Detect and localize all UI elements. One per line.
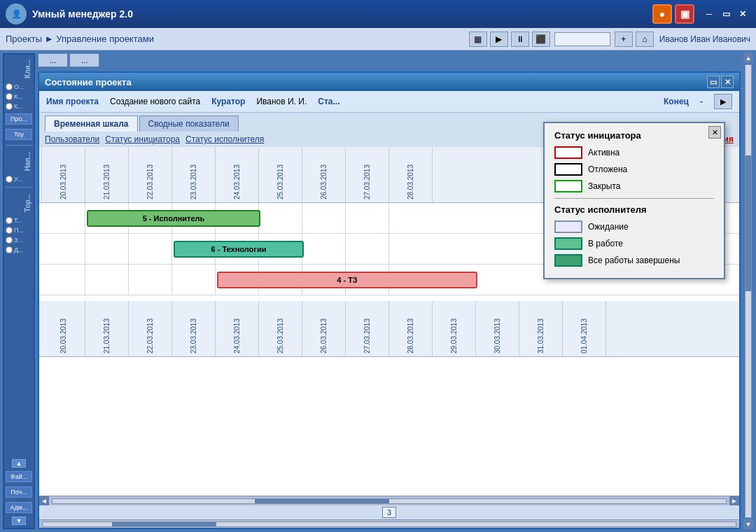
pause-button[interactable]: ⏸ [511, 31, 529, 47]
bdate-2: 22.03.2013 [129, 301, 172, 356]
bdate-10: 30.03.2013 [476, 301, 519, 356]
window-title-bar: Состояние проекта ▭ ✕ [39, 73, 739, 91]
sidebar-item-o[interactable]: О... [6, 83, 32, 90]
date-col-6: 26.03.2013 [302, 147, 346, 202]
top-tab-2[interactable]: ... [69, 53, 99, 67]
status-box-delayed [554, 163, 582, 176]
gantt-bar-tz[interactable]: 4 - ТЗ [217, 272, 477, 288]
status-label-active: Активна [588, 148, 620, 158]
vscroll-track[interactable] [745, 64, 752, 518]
bdate-7: 27.03.2013 [346, 301, 389, 356]
scrollbar-thumb[interactable] [255, 499, 389, 503]
status-label-closed: Закрыта [588, 181, 621, 191]
date-col-7: 27.03.2013 [346, 147, 389, 202]
info-scroll-btn[interactable]: ▶ [714, 94, 732, 109]
search-bar[interactable] [554, 32, 610, 46]
status-item-waiting: Ожидание [554, 220, 714, 233]
tab-timeline[interactable]: Временная шкала [45, 115, 138, 132]
end-value: - [700, 97, 703, 106]
scroll-right-btn[interactable]: ► [729, 496, 739, 506]
bdate-6: 26.03.2013 [302, 301, 346, 356]
project-label: Имя проекта [46, 97, 99, 106]
icon-btn-red[interactable]: ▣ [675, 4, 694, 24]
title-bar: 👤 Умный менеджер 2.0 ● ▣ ─ ▭ ✕ [0, 0, 756, 28]
sidebar-section-clients[interactable]: Кли... [6, 57, 32, 80]
grid-button[interactable]: ▦ [469, 31, 487, 47]
user-avatar: 👤 [6, 4, 27, 24]
scrollbar-track-2[interactable] [42, 522, 736, 527]
gantt-tab-executor[interactable]: Статус исполнителя [186, 134, 264, 144]
sidebar-nav-u[interactable]: У... [6, 176, 32, 183]
maximize-button[interactable]: ▭ [718, 6, 734, 22]
bdate-12: 01.04.2013 [563, 301, 606, 356]
scrollbar-track[interactable] [52, 498, 727, 504]
status-popup: ✕ Статус инициатора Активна Отложена Зак… [543, 122, 725, 279]
project-window: Состояние проекта ▭ ✕ Имя проекта Создан… [38, 71, 741, 529]
window-close-btn[interactable]: ✕ [721, 76, 734, 88]
content-area: ... ... Состояние проекта ▭ ✕ Имя проект… [38, 53, 741, 529]
status-item-closed: Закрыта [554, 180, 714, 192]
sidebar-scroll-down[interactable]: ▼ [12, 517, 26, 525]
vscroll-down-btn[interactable]: ▼ [743, 519, 753, 529]
sidebar-toy-btn[interactable]: Toy [6, 129, 32, 140]
vscroll-thumb[interactable] [746, 155, 751, 291]
page-number: 3 [382, 507, 396, 518]
bdate-3: 23.03.2013 [172, 301, 216, 356]
icon-btn-orange[interactable]: ● [652, 4, 672, 24]
left-panel: Кли... О... К... К... Про... Toy Нап... … [3, 53, 35, 529]
project-info-bar: Имя проекта Создание нового сайта Курато… [39, 91, 739, 113]
gantt-bar-tech[interactable]: 6 - Технологии [174, 241, 304, 258]
gantt-tab-users[interactable]: Пользователи [45, 134, 99, 144]
window-restore-btn[interactable]: ▭ [707, 76, 720, 88]
status-label-delayed: Отложена [588, 164, 627, 174]
sidebar-files[interactable]: Фай... [6, 471, 32, 482]
sidebar-p[interactable]: П... [6, 227, 32, 234]
gantt-bar-executor[interactable]: 5 - Исполнитель [87, 210, 260, 227]
vscroll-up-btn[interactable]: ▲ [743, 53, 753, 63]
sidebar-t[interactable]: Т... [6, 217, 32, 224]
top-tab-1[interactable]: ... [38, 53, 68, 67]
status-box-active [554, 146, 582, 159]
date-col-0: 20.03.2013 [42, 147, 85, 202]
bdate-8: 28.03.2013 [389, 301, 433, 356]
executor-status-title: Статус исполнителя [554, 204, 714, 215]
date-col-2: 22.03.2013 [129, 147, 172, 202]
sidebar-mail[interactable]: Поч... [6, 486, 32, 498]
minimize-button[interactable]: ─ [701, 6, 717, 22]
toolbar-icons: ▦ ▶ ⏸ ⬛ + ⌂ [469, 31, 654, 47]
bottom-scrollbar-2[interactable] [39, 519, 739, 528]
home-button[interactable]: ⌂ [636, 31, 654, 47]
window-controls: ─ ▭ ✕ [701, 6, 750, 22]
menu-bar: Проекты ► Управление проектами ▦ ▶ ⏸ ⬛ +… [0, 28, 756, 50]
right-scrollbar[interactable]: ▲ ▼ [743, 53, 753, 529]
status-item-done: Все работы завершены [554, 254, 714, 267]
status-box-waiting [554, 220, 582, 233]
sidebar-item-k1[interactable]: К... [6, 93, 32, 100]
sidebar-nav-title: Нап... [6, 150, 32, 173]
main-area: Кли... О... К... К... Про... Toy Нап... … [0, 50, 756, 532]
top-tabs-row: ... ... [38, 53, 741, 69]
play-button[interactable]: ▶ [490, 31, 508, 47]
close-button[interactable]: ✕ [735, 6, 750, 22]
status-label-done: Все работы завершены [588, 255, 680, 265]
sidebar-item-k2[interactable]: К... [6, 103, 32, 110]
bdate-0: 20.03.2013 [42, 301, 85, 356]
scrollbar-thumb-2[interactable] [112, 522, 216, 526]
title-icons: ● ▣ [652, 4, 694, 24]
popup-close-btn[interactable]: ✕ [708, 126, 721, 139]
gantt-tab-initiator[interactable]: Статус инициатора [105, 134, 180, 144]
sidebar-scroll-up[interactable]: ▲ [12, 459, 26, 468]
scroll-left-btn[interactable]: ◄ [39, 496, 49, 506]
sidebar-d[interactable]: Д... [6, 246, 32, 253]
add-button[interactable]: + [615, 31, 633, 47]
project-name: Создание нового сайта [110, 97, 200, 106]
horizontal-scrollbar[interactable]: ◄ ► [39, 496, 739, 505]
sidebar-z[interactable]: З... [6, 237, 32, 244]
sidebar-admin[interactable]: Адм... [6, 502, 32, 513]
status-item-inprogress: В работе [554, 237, 714, 250]
sidebar-pro-btn[interactable]: Про... [6, 113, 32, 125]
status-label-inprogress: В работе [588, 239, 623, 248]
stop-button[interactable]: ⬛ [532, 31, 550, 47]
initiator-status-title: Статус инициатора [554, 130, 714, 141]
tab-summary[interactable]: Сводные показатели [139, 115, 239, 132]
